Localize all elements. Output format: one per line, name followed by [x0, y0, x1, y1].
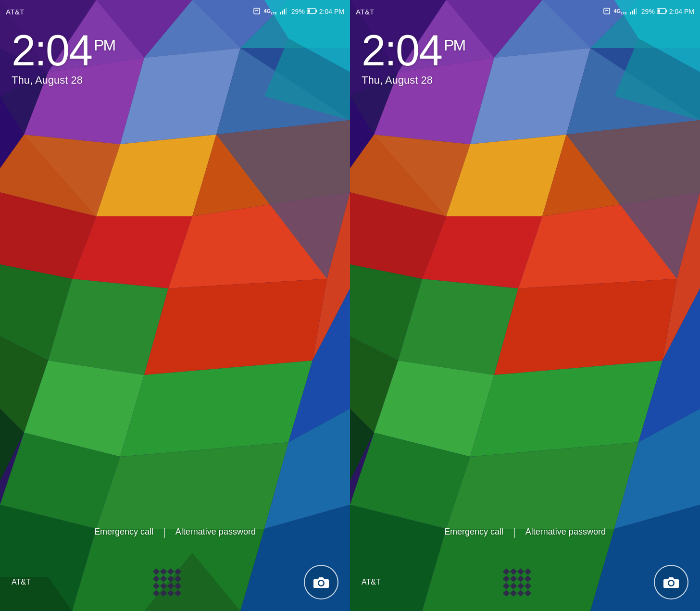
bottom-bar-1: Emergency call | Alternative password AT…	[0, 534, 350, 611]
dot2-15	[517, 589, 524, 596]
svg-rect-96	[636, 8, 637, 14]
dot-14	[160, 589, 167, 596]
dot2-1	[503, 568, 510, 574]
clock-area-2: 2:04PM Thu, August 28	[362, 29, 465, 87]
svg-marker-75	[470, 361, 662, 457]
status-bar-1: AT&T 4GLTE 29%	[0, 0, 350, 23]
svg-rect-50	[316, 10, 317, 12]
phone-screen-2: AT&T 4GLTE 29%	[350, 0, 700, 611]
svg-rect-94	[632, 11, 633, 14]
dot-11	[167, 582, 174, 589]
keypad-dots-2	[504, 569, 530, 596]
dot-8	[175, 575, 181, 582]
network-icon-2: 4GLTE	[613, 8, 626, 15]
svg-rect-98	[666, 10, 667, 12]
svg-marker-23	[120, 361, 312, 457]
lock-options-2: Emergency call | Alternative password	[350, 523, 700, 541]
svg-rect-48	[286, 8, 287, 14]
emergency-call-btn-1[interactable]: Emergency call	[85, 523, 163, 541]
keypad-dots-1	[154, 569, 180, 596]
dot-1	[153, 568, 160, 574]
svg-rect-95	[634, 9, 635, 14]
svg-rect-92	[604, 8, 610, 14]
alternative-password-btn-2[interactable]: Alternative password	[516, 523, 615, 541]
dot2-14	[510, 589, 517, 596]
svg-marker-19	[144, 279, 327, 375]
emergency-call-btn-2[interactable]: Emergency call	[435, 523, 513, 541]
signal-icon-2	[630, 8, 638, 16]
camera-btn-2[interactable]	[654, 565, 688, 599]
dot2-4	[525, 568, 531, 574]
dot-13	[153, 589, 160, 596]
dot2-2	[510, 568, 517, 574]
time-label-2: 2:04 PM	[669, 8, 694, 15]
svg-rect-51	[307, 10, 310, 13]
dot-4	[175, 568, 181, 574]
camera-btn-1[interactable]	[304, 565, 338, 599]
alternative-password-btn-1[interactable]: Alternative password	[166, 523, 265, 541]
bottom-bar-2: Emergency call | Alternative password AT…	[350, 534, 700, 611]
svg-rect-47	[284, 9, 285, 14]
dot2-7	[517, 575, 524, 582]
clock-date-2: Thu, August 28	[362, 74, 465, 87]
dot-2	[160, 568, 167, 574]
dot-9	[153, 582, 160, 589]
carrier-label-2: AT&T	[356, 8, 374, 16]
svg-rect-46	[282, 11, 283, 14]
svg-marker-71	[494, 279, 677, 375]
carrier-bottom-2: AT&T	[362, 578, 381, 586]
status-right-2: 4GLTE 29% 2:04 PM	[603, 7, 694, 16]
dot-3	[167, 568, 174, 574]
carrier-bottom-1: AT&T	[12, 578, 31, 586]
dot-12	[175, 582, 181, 589]
keypad-icon-1[interactable]	[150, 565, 185, 599]
svg-rect-45	[280, 12, 281, 14]
nfc-icon-2	[603, 7, 611, 16]
dot-7	[167, 575, 174, 582]
network-icon-1: 4GLTE	[263, 8, 276, 15]
battery-text-2: 29%	[641, 8, 655, 15]
dot2-13	[503, 589, 510, 596]
dot2-12	[525, 582, 531, 589]
clock-time-2: 2:04PM	[362, 29, 465, 72]
status-right-1: 4GLTE 29% 2:04 PM	[253, 7, 344, 16]
dot2-9	[503, 582, 510, 589]
dot2-8	[525, 575, 531, 582]
dot2-6	[510, 575, 517, 582]
battery-icon-1	[307, 8, 317, 15]
dot-16	[175, 589, 181, 596]
camera-icon-2	[662, 574, 680, 591]
keypad-icon-2[interactable]	[500, 565, 535, 599]
signal-icon-1	[280, 8, 288, 16]
dot-6	[160, 575, 167, 582]
dot2-5	[503, 575, 510, 582]
bottom-actions-1: AT&T	[0, 565, 350, 611]
carrier-label-1: AT&T	[6, 8, 24, 16]
clock-date-1: Thu, August 28	[12, 74, 115, 87]
svg-rect-44	[254, 8, 260, 14]
nfc-icon-1	[253, 7, 261, 16]
dot2-3	[517, 568, 524, 574]
svg-rect-93	[630, 12, 631, 14]
battery-icon-2	[657, 8, 667, 15]
bottom-actions-2: AT&T	[350, 565, 700, 611]
battery-text-1: 29%	[291, 8, 305, 15]
phone-screen-1: AT&T 4GLTE 29%	[0, 0, 350, 611]
time-label-1: 2:04 PM	[319, 8, 344, 15]
dot2-16	[525, 589, 531, 596]
clock-time-1: 2:04PM	[12, 29, 115, 72]
clock-area-1: 2:04PM Thu, August 28	[12, 29, 115, 87]
dot2-11	[517, 582, 524, 589]
dot2-10	[510, 582, 517, 589]
camera-icon-1	[312, 574, 330, 591]
dot-15	[167, 589, 174, 596]
svg-rect-99	[657, 10, 660, 13]
lock-options-1: Emergency call | Alternative password	[0, 523, 350, 541]
dot-10	[160, 582, 167, 589]
status-bar-2: AT&T 4GLTE 29%	[350, 0, 700, 23]
dot-5	[153, 575, 160, 582]
